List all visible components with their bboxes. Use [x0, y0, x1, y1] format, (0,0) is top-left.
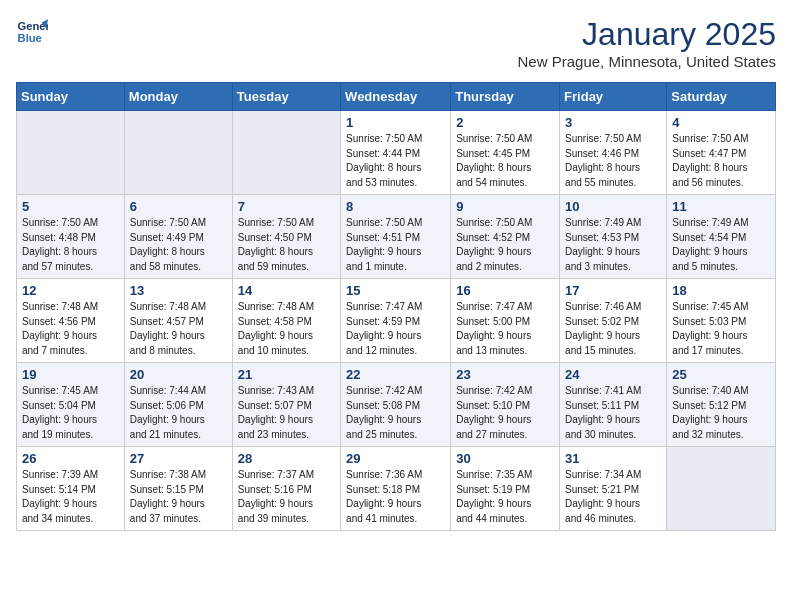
calendar-cell: 31Sunrise: 7:34 AM Sunset: 5:21 PM Dayli…	[560, 447, 667, 531]
calendar-title: January 2025	[518, 16, 776, 53]
day-info: Sunrise: 7:45 AM Sunset: 5:03 PM Dayligh…	[672, 300, 770, 358]
day-info: Sunrise: 7:47 AM Sunset: 5:00 PM Dayligh…	[456, 300, 554, 358]
day-number: 21	[238, 367, 335, 382]
calendar-cell: 28Sunrise: 7:37 AM Sunset: 5:16 PM Dayli…	[232, 447, 340, 531]
day-number: 29	[346, 451, 445, 466]
day-number: 24	[565, 367, 661, 382]
calendar-cell: 9Sunrise: 7:50 AM Sunset: 4:52 PM Daylig…	[451, 195, 560, 279]
svg-text:Blue: Blue	[18, 32, 42, 44]
calendar-cell: 3Sunrise: 7:50 AM Sunset: 4:46 PM Daylig…	[560, 111, 667, 195]
day-number: 5	[22, 199, 119, 214]
calendar-cell: 23Sunrise: 7:42 AM Sunset: 5:10 PM Dayli…	[451, 363, 560, 447]
calendar-cell: 25Sunrise: 7:40 AM Sunset: 5:12 PM Dayli…	[667, 363, 776, 447]
day-number: 25	[672, 367, 770, 382]
day-info: Sunrise: 7:34 AM Sunset: 5:21 PM Dayligh…	[565, 468, 661, 526]
weekday-header-tuesday: Tuesday	[232, 83, 340, 111]
calendar-cell: 29Sunrise: 7:36 AM Sunset: 5:18 PM Dayli…	[341, 447, 451, 531]
day-info: Sunrise: 7:48 AM Sunset: 4:58 PM Dayligh…	[238, 300, 335, 358]
weekday-header-wednesday: Wednesday	[341, 83, 451, 111]
day-info: Sunrise: 7:50 AM Sunset: 4:52 PM Dayligh…	[456, 216, 554, 274]
calendar-cell: 1Sunrise: 7:50 AM Sunset: 4:44 PM Daylig…	[341, 111, 451, 195]
day-info: Sunrise: 7:50 AM Sunset: 4:48 PM Dayligh…	[22, 216, 119, 274]
day-number: 12	[22, 283, 119, 298]
day-info: Sunrise: 7:48 AM Sunset: 4:57 PM Dayligh…	[130, 300, 227, 358]
calendar-cell: 20Sunrise: 7:44 AM Sunset: 5:06 PM Dayli…	[124, 363, 232, 447]
day-number: 22	[346, 367, 445, 382]
week-row-4: 19Sunrise: 7:45 AM Sunset: 5:04 PM Dayli…	[17, 363, 776, 447]
day-number: 15	[346, 283, 445, 298]
week-row-2: 5Sunrise: 7:50 AM Sunset: 4:48 PM Daylig…	[17, 195, 776, 279]
day-number: 27	[130, 451, 227, 466]
calendar-cell: 12Sunrise: 7:48 AM Sunset: 4:56 PM Dayli…	[17, 279, 125, 363]
logo: General Blue	[16, 16, 48, 48]
week-row-3: 12Sunrise: 7:48 AM Sunset: 4:56 PM Dayli…	[17, 279, 776, 363]
day-number: 9	[456, 199, 554, 214]
weekday-header-saturday: Saturday	[667, 83, 776, 111]
day-info: Sunrise: 7:48 AM Sunset: 4:56 PM Dayligh…	[22, 300, 119, 358]
day-info: Sunrise: 7:50 AM Sunset: 4:50 PM Dayligh…	[238, 216, 335, 274]
calendar-cell: 11Sunrise: 7:49 AM Sunset: 4:54 PM Dayli…	[667, 195, 776, 279]
day-number: 28	[238, 451, 335, 466]
day-info: Sunrise: 7:43 AM Sunset: 5:07 PM Dayligh…	[238, 384, 335, 442]
day-info: Sunrise: 7:44 AM Sunset: 5:06 PM Dayligh…	[130, 384, 227, 442]
day-number: 3	[565, 115, 661, 130]
day-info: Sunrise: 7:47 AM Sunset: 4:59 PM Dayligh…	[346, 300, 445, 358]
calendar-cell: 22Sunrise: 7:42 AM Sunset: 5:08 PM Dayli…	[341, 363, 451, 447]
logo-icon: General Blue	[16, 16, 48, 48]
calendar-cell: 27Sunrise: 7:38 AM Sunset: 5:15 PM Dayli…	[124, 447, 232, 531]
calendar-cell: 18Sunrise: 7:45 AM Sunset: 5:03 PM Dayli…	[667, 279, 776, 363]
day-info: Sunrise: 7:50 AM Sunset: 4:44 PM Dayligh…	[346, 132, 445, 190]
day-number: 8	[346, 199, 445, 214]
calendar-cell: 6Sunrise: 7:50 AM Sunset: 4:49 PM Daylig…	[124, 195, 232, 279]
calendar-cell: 30Sunrise: 7:35 AM Sunset: 5:19 PM Dayli…	[451, 447, 560, 531]
day-info: Sunrise: 7:35 AM Sunset: 5:19 PM Dayligh…	[456, 468, 554, 526]
calendar-cell: 7Sunrise: 7:50 AM Sunset: 4:50 PM Daylig…	[232, 195, 340, 279]
calendar-cell: 15Sunrise: 7:47 AM Sunset: 4:59 PM Dayli…	[341, 279, 451, 363]
calendar-cell	[232, 111, 340, 195]
day-info: Sunrise: 7:46 AM Sunset: 5:02 PM Dayligh…	[565, 300, 661, 358]
day-number: 10	[565, 199, 661, 214]
calendar-cell: 4Sunrise: 7:50 AM Sunset: 4:47 PM Daylig…	[667, 111, 776, 195]
day-number: 4	[672, 115, 770, 130]
calendar-cell: 5Sunrise: 7:50 AM Sunset: 4:48 PM Daylig…	[17, 195, 125, 279]
day-number: 7	[238, 199, 335, 214]
day-info: Sunrise: 7:42 AM Sunset: 5:08 PM Dayligh…	[346, 384, 445, 442]
calendar-cell: 17Sunrise: 7:46 AM Sunset: 5:02 PM Dayli…	[560, 279, 667, 363]
day-number: 18	[672, 283, 770, 298]
header: General Blue January 2025 New Prague, Mi…	[16, 16, 776, 70]
day-number: 26	[22, 451, 119, 466]
calendar-cell: 19Sunrise: 7:45 AM Sunset: 5:04 PM Dayli…	[17, 363, 125, 447]
calendar-cell: 14Sunrise: 7:48 AM Sunset: 4:58 PM Dayli…	[232, 279, 340, 363]
week-row-1: 1Sunrise: 7:50 AM Sunset: 4:44 PM Daylig…	[17, 111, 776, 195]
calendar-table: SundayMondayTuesdayWednesdayThursdayFrid…	[16, 82, 776, 531]
day-number: 11	[672, 199, 770, 214]
calendar-cell: 13Sunrise: 7:48 AM Sunset: 4:57 PM Dayli…	[124, 279, 232, 363]
calendar-cell: 21Sunrise: 7:43 AM Sunset: 5:07 PM Dayli…	[232, 363, 340, 447]
calendar-cell: 10Sunrise: 7:49 AM Sunset: 4:53 PM Dayli…	[560, 195, 667, 279]
day-info: Sunrise: 7:38 AM Sunset: 5:15 PM Dayligh…	[130, 468, 227, 526]
calendar-cell: 8Sunrise: 7:50 AM Sunset: 4:51 PM Daylig…	[341, 195, 451, 279]
day-info: Sunrise: 7:37 AM Sunset: 5:16 PM Dayligh…	[238, 468, 335, 526]
weekday-header-friday: Friday	[560, 83, 667, 111]
calendar-cell: 26Sunrise: 7:39 AM Sunset: 5:14 PM Dayli…	[17, 447, 125, 531]
calendar-subtitle: New Prague, Minnesota, United States	[518, 53, 776, 70]
weekday-header-monday: Monday	[124, 83, 232, 111]
day-info: Sunrise: 7:50 AM Sunset: 4:49 PM Dayligh…	[130, 216, 227, 274]
day-info: Sunrise: 7:50 AM Sunset: 4:45 PM Dayligh…	[456, 132, 554, 190]
weekday-header-thursday: Thursday	[451, 83, 560, 111]
calendar-cell	[124, 111, 232, 195]
week-row-5: 26Sunrise: 7:39 AM Sunset: 5:14 PM Dayli…	[17, 447, 776, 531]
day-info: Sunrise: 7:42 AM Sunset: 5:10 PM Dayligh…	[456, 384, 554, 442]
day-number: 17	[565, 283, 661, 298]
calendar-cell: 2Sunrise: 7:50 AM Sunset: 4:45 PM Daylig…	[451, 111, 560, 195]
day-info: Sunrise: 7:40 AM Sunset: 5:12 PM Dayligh…	[672, 384, 770, 442]
day-info: Sunrise: 7:49 AM Sunset: 4:54 PM Dayligh…	[672, 216, 770, 274]
day-number: 13	[130, 283, 227, 298]
day-number: 31	[565, 451, 661, 466]
day-number: 6	[130, 199, 227, 214]
day-info: Sunrise: 7:41 AM Sunset: 5:11 PM Dayligh…	[565, 384, 661, 442]
weekday-header-sunday: Sunday	[17, 83, 125, 111]
day-number: 2	[456, 115, 554, 130]
day-number: 1	[346, 115, 445, 130]
weekday-header-row: SundayMondayTuesdayWednesdayThursdayFrid…	[17, 83, 776, 111]
